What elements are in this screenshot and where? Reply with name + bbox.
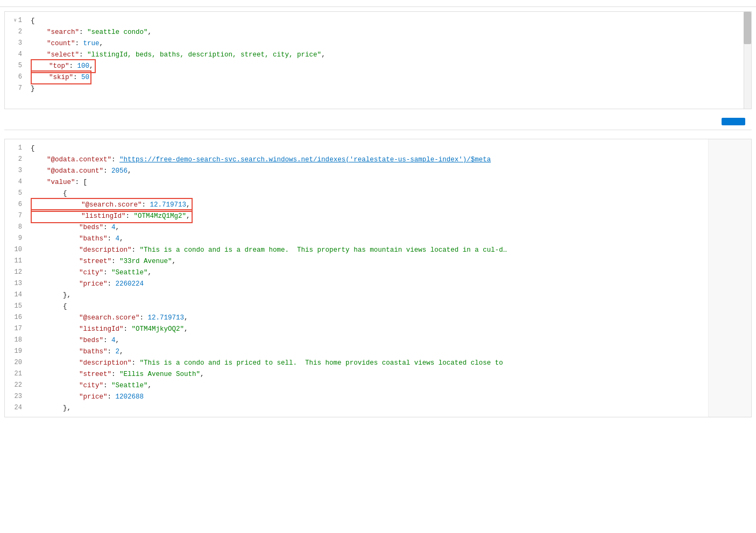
code-line-1: { [31,15,747,26]
code-line-3: "@odata.count": 2056, [31,165,747,176]
results-line-numbers: 123456789101112131415161718192021222324 [5,143,26,414]
editor-title [0,0,756,7]
line-number-23: 23 [9,391,22,402]
code-line-20: "description": "This is a condo and is p… [31,357,747,368]
code-line-11: "street": "33rd Avenue", [31,255,747,267]
code-line-4: "value": [ [31,176,747,188]
editor-code-content[interactable]: { "search": "seattle condo", "count": tr… [26,15,751,105]
line-number-1: ∨1 [9,15,22,26]
code-line-14: }, [31,289,747,301]
line-number-4: 4 [9,49,22,60]
line-number-14: 14 [9,289,22,301]
code-line-13: "price": 2260224 [31,278,747,289]
line-number-5: 5 [9,188,22,199]
line-number-7: 7 [9,210,22,222]
line-number-1: 1 [9,143,22,154]
search-button[interactable] [722,118,745,125]
line-number-20: 20 [9,357,22,368]
code-line-15: { [31,301,747,312]
line-number-2: 2 [9,154,22,165]
collapse-chevron[interactable]: ∨ [13,17,16,24]
results-container[interactable]: 123456789101112131415161718192021222324 … [4,139,752,417]
code-line-10: "description": "This is a condo and is a… [31,244,747,255]
code-line-2: "search": "seattle condo", [31,26,747,38]
json-query-editor[interactable]: ∨1234567 { "search": "seattle condo", "c… [4,11,752,109]
editor-code-area: ∨1234567 { "search": "seattle condo", "c… [5,12,751,109]
line-number-24: 24 [9,402,22,414]
code-line-21: "street": "Ellis Avenue South", [31,368,747,380]
code-line-23: "price": 1202688 [31,391,747,402]
line-number-18: 18 [9,335,22,346]
editor-line-numbers: ∨1234567 [5,15,26,105]
code-line-17: "listingId": "OTM4MjkyOQ2", [31,323,747,335]
line-number-3: 3 [9,165,22,176]
code-line-3: "count": true, [31,38,747,49]
results-code-area: 123456789101112131415161718192021222324 … [5,139,751,417]
line-number-21: 21 [9,368,22,380]
code-line-8: "beds": 4, [31,222,747,233]
line-number-17: 17 [9,323,22,335]
code-line-19: "baths": 2, [31,346,747,357]
line-number-13: 13 [9,278,22,289]
code-line-16: "@search.score": 12.719713, [31,312,747,323]
code-line-4: "select": "listingId, beds, baths, descr… [31,49,747,60]
code-line-18: "beds": 4, [31,335,747,346]
line-number-11: 11 [9,255,22,267]
editor-scrollbar[interactable] [744,12,751,109]
line-number-15: 15 [9,301,22,312]
code-line-6: "skip": 50 [31,72,747,83]
line-number-4: 4 [9,176,22,188]
line-number-16: 16 [9,312,22,323]
line-number-3: 3 [9,38,22,49]
results-title [0,130,756,137]
code-line-12: "city": "Seattle", [31,267,747,278]
line-number-5: 5 [9,60,22,72]
code-line-5: "top": 100, [31,60,747,72]
line-number-12: 12 [9,267,22,278]
line-number-2: 2 [9,26,22,38]
line-number-8: 8 [9,222,22,233]
code-line-2: "@odata.context": "https://free-demo-sea… [31,154,747,165]
line-number-19: 19 [9,346,22,357]
code-line-9: "baths": 4, [31,233,747,244]
results-code-content: { "@odata.context": "https://free-demo-s… [26,143,751,414]
line-number-9: 9 [9,233,22,244]
editor-scrollbar-thumb[interactable] [744,12,751,44]
code-line-7: "listingId": "OTM4MzQ1Mg2", [31,210,747,222]
line-number-6: 6 [9,72,22,83]
line-number-10: 10 [9,244,22,255]
line-number-6: 6 [9,199,22,210]
line-number-22: 22 [9,380,22,391]
code-line-1: { [31,143,747,154]
search-toolbar [0,113,756,130]
code-line-22: "city": "Seattle", [31,380,747,391]
code-line-24: }, [31,402,747,414]
results-minimap [708,139,751,417]
line-number-7: 7 [9,83,22,94]
code-line-7: } [31,83,747,94]
